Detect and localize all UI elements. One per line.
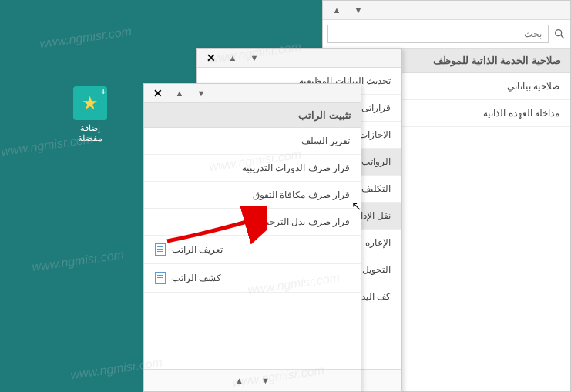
favorite-label: إضافة مفضلة <box>71 123 109 143</box>
watermark: www.ngmisr.com <box>31 248 125 275</box>
search-icon[interactable] <box>553 28 566 40</box>
chevron-down-icon[interactable]: ▼ <box>247 52 262 64</box>
search-input[interactable] <box>327 25 549 43</box>
watermark: www.ngmisr.com <box>39 25 133 52</box>
chevron-down-icon[interactable]: ▼ <box>351 4 366 16</box>
main-panel-header: ▼ ▲ <box>323 1 570 20</box>
search-bar <box>323 20 570 49</box>
close-icon[interactable]: ✕ <box>150 87 166 99</box>
third-menu-item[interactable]: قرار صرف الدورات التدريبيه <box>144 155 361 182</box>
third-menu: تقرير السلفقرار صرف الدورات التدريبيهقرا… <box>144 128 361 293</box>
chevron-up-icon[interactable]: ▲ <box>225 52 240 64</box>
third-panel-header: ▼ ▲ ✕ <box>144 84 361 103</box>
third-panel-footer: ▼ ▲ <box>144 369 361 391</box>
third-menu-item[interactable]: قرار صرف مكافاة التفوق <box>144 182 361 209</box>
third-menu-item[interactable]: كشف الراتب <box>144 264 361 293</box>
third-menu-item[interactable]: تعريف الراتب <box>144 236 361 264</box>
chevron-up-icon[interactable]: ▲ <box>329 4 344 16</box>
chevron-down-icon[interactable]: ▼ <box>258 374 274 387</box>
favorite-icon-box: + ★ <box>73 86 107 120</box>
svg-line-1 <box>561 35 563 38</box>
chevron-up-icon[interactable]: ▲ <box>172 87 187 99</box>
favorite-shortcut[interactable]: + ★ إضافة مفضلة <box>71 86 109 143</box>
close-icon[interactable]: ✕ <box>203 52 219 64</box>
plus-icon: + <box>101 88 106 96</box>
chevron-up-icon[interactable]: ▲ <box>232 374 247 387</box>
third-menu-item[interactable]: تقرير السلف <box>144 128 361 155</box>
menu-item-label: كشف الراتب <box>172 273 221 283</box>
third-section-title: تثبيت الراتب <box>144 103 361 128</box>
third-panel: ▼ ▲ ✕ تثبيت الراتب تقرير السلفقرار صرف ا… <box>143 83 361 392</box>
chevron-down-icon[interactable]: ▼ <box>193 87 209 99</box>
sub-panel-header: ▼ ▲ ✕ <box>197 49 401 68</box>
document-icon <box>155 243 166 256</box>
svg-point-0 <box>556 30 562 36</box>
document-icon <box>155 272 166 284</box>
third-menu-item[interactable]: قرار صرف بدل الترحيل <box>144 209 361 236</box>
menu-item-label: تعريف الراتب <box>172 244 223 255</box>
star-icon: ★ <box>82 92 99 114</box>
